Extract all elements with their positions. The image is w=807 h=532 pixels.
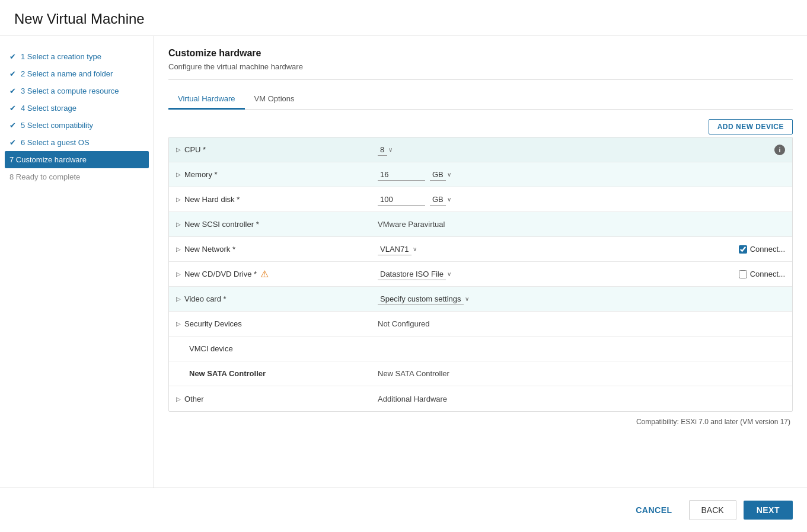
hw-input-hard-disk[interactable] <box>378 194 425 206</box>
check-icon: ✔ <box>9 52 16 61</box>
content-area: Customize hardware Configure the virtual… <box>154 36 807 527</box>
hw-text-other: Additional Hardware <box>378 395 447 403</box>
hw-input-memory[interactable] <box>378 169 425 181</box>
hw-row-video-card: ▷Video card *Specify custom settings <box>169 287 792 312</box>
page-title: New Virtual Machine <box>0 0 807 36</box>
sidebar-label: 6 Select a guest OS <box>21 138 90 147</box>
sidebar-item-step5[interactable]: ✔5 Select compatibility <box>0 117 154 134</box>
check-icon: ✔ <box>9 69 16 78</box>
sidebar-item-step1[interactable]: ✔1 Select a creation type <box>0 48 154 65</box>
hw-label-text-cpu: CPU * <box>184 145 206 154</box>
hw-select-video-card[interactable]: Specify custom settings <box>378 293 464 305</box>
hw-label-network: ▷New Network * <box>176 245 378 254</box>
hw-value-scsi: VMware Paravirtual <box>378 220 702 229</box>
check-icon: ✔ <box>9 138 16 147</box>
expand-arrow-other[interactable]: ▷ <box>176 396 181 402</box>
next-button[interactable]: NEXT <box>744 501 793 520</box>
hw-label-text-sata: New SATA Controller <box>189 369 266 378</box>
info-icon[interactable]: i <box>774 145 785 155</box>
hw-label-sata: New SATA Controller <box>176 369 378 378</box>
hw-label-cddvd: ▷New CD/DVD Drive *⚠ <box>176 268 378 280</box>
expand-arrow-network[interactable]: ▷ <box>176 246 181 252</box>
expand-arrow-scsi[interactable]: ▷ <box>176 221 181 227</box>
connect-label-network[interactable]: Connect... <box>739 245 785 254</box>
connect-checkbox-cddvd[interactable] <box>739 270 747 278</box>
sidebar-label: 4 Select storage <box>21 104 76 113</box>
hw-value-cpu: 8 <box>378 144 702 156</box>
expand-arrow-hard-disk[interactable]: ▷ <box>176 196 181 203</box>
hw-unit-hard-disk[interactable]: GB <box>430 194 446 206</box>
hw-row-memory: ▷Memory *GB <box>169 162 792 187</box>
hw-label-text-network: New Network * <box>184 245 235 254</box>
hw-value-video-card: Specify custom settings <box>378 293 702 305</box>
hw-value-hard-disk: GB <box>378 194 702 206</box>
section-title: Customize hardware <box>168 48 793 59</box>
cancel-button[interactable]: CANCEL <box>626 501 681 520</box>
hw-unit-memory[interactable]: GB <box>430 169 446 181</box>
hw-value-cddvd: Datastore ISO File <box>378 268 702 280</box>
sidebar-item-step7[interactable]: 7 Customize hardware <box>5 151 149 168</box>
connect-checkbox-network[interactable] <box>739 245 747 254</box>
sidebar-item-step3[interactable]: ✔3 Select a compute resource <box>0 82 154 100</box>
connect-label-cddvd[interactable]: Connect... <box>739 270 785 278</box>
hw-label-text-memory: Memory * <box>184 170 218 179</box>
check-icon: ✔ <box>9 104 16 113</box>
sidebar-label: 8 Ready to complete <box>9 172 80 181</box>
hw-row-hard-disk: ▷New Hard disk *GB <box>169 187 792 212</box>
hw-select-network[interactable]: VLAN71 <box>378 243 412 255</box>
tabs-bar: Virtual HardwareVM Options <box>168 89 793 110</box>
hardware-table: ▷CPU *8i▷Memory *GB▷New Hard disk *GB▷Ne… <box>168 137 793 412</box>
sidebar: ✔1 Select a creation type✔2 Select a nam… <box>0 36 154 527</box>
check-icon: ✔ <box>9 121 16 130</box>
tab-virtual-hardware[interactable]: Virtual Hardware <box>168 89 245 110</box>
footer: CANCEL BACK NEXT <box>0 488 807 527</box>
sidebar-label: 5 Select compatibility <box>21 121 93 130</box>
hw-row-network: ▷New Network *VLAN71 Connect... <box>169 237 792 262</box>
hw-extra-cpu: i <box>702 145 785 155</box>
hw-value-other: Additional Hardware <box>378 395 702 403</box>
hw-label-cpu: ▷CPU * <box>176 145 378 154</box>
hw-select-cddvd[interactable]: Datastore ISO File <box>378 268 446 280</box>
hw-label-video-card: ▷Video card * <box>176 294 378 303</box>
hw-row-cpu: ▷CPU *8i <box>169 137 792 162</box>
hw-text-sata: New SATA Controller <box>378 369 449 378</box>
hw-label-vmci: VMCI device <box>176 344 378 353</box>
hw-label-hard-disk: ▷New Hard disk * <box>176 195 378 204</box>
hw-extra-cddvd: Connect... <box>702 270 785 278</box>
hw-label-text-hard-disk: New Hard disk * <box>184 195 240 204</box>
hw-label-text-vmci: VMCI device <box>189 344 233 353</box>
expand-arrow-video-card[interactable]: ▷ <box>176 296 181 302</box>
hw-label-scsi: ▷New SCSI controller * <box>176 220 378 229</box>
hw-row-other: ▷OtherAdditional Hardware <box>169 386 792 411</box>
hw-value-memory: GB <box>378 169 702 181</box>
hw-text-security: Not Configured <box>378 319 429 328</box>
add-new-device-button[interactable]: ADD NEW DEVICE <box>709 119 793 134</box>
hw-select-cpu[interactable]: 8 <box>378 144 387 156</box>
hw-row-vmci: VMCI device <box>169 336 792 361</box>
sidebar-label: 7 Customize hardware <box>9 155 87 164</box>
compatibility-text: Compatibility: ESXi 7.0 and later (VM ve… <box>168 418 793 426</box>
hw-label-other: ▷Other <box>176 395 378 403</box>
hw-label-text-video-card: Video card * <box>184 294 227 303</box>
sidebar-label: 1 Select a creation type <box>21 52 101 61</box>
hw-label-text-cddvd: New CD/DVD Drive * <box>184 270 257 278</box>
expand-arrow-cddvd[interactable]: ▷ <box>176 271 181 277</box>
hw-value-sata: New SATA Controller <box>378 369 702 378</box>
sidebar-item-step2[interactable]: ✔2 Select a name and folder <box>0 65 154 82</box>
sidebar-item-step6[interactable]: ✔6 Select a guest OS <box>0 134 154 151</box>
tab-vm-options[interactable]: VM Options <box>245 89 304 110</box>
hw-label-security: ▷Security Devices <box>176 319 378 328</box>
back-button[interactable]: BACK <box>689 500 736 520</box>
section-subtitle: Configure the virtual machine hardware <box>168 62 793 80</box>
hw-label-text-security: Security Devices <box>184 319 242 328</box>
sidebar-item-step4[interactable]: ✔4 Select storage <box>0 100 154 117</box>
expand-arrow-memory[interactable]: ▷ <box>176 171 181 178</box>
expand-arrow-cpu[interactable]: ▷ <box>176 146 181 153</box>
hw-label-text-scsi: New SCSI controller * <box>184 220 259 229</box>
expand-arrow-security[interactable]: ▷ <box>176 321 181 327</box>
hw-label-text-other: Other <box>184 395 204 403</box>
hw-value-security: Not Configured <box>378 319 702 328</box>
hw-text-scsi: VMware Paravirtual <box>378 220 445 229</box>
hw-row-scsi: ▷New SCSI controller *VMware Paravirtual <box>169 212 792 237</box>
hw-value-network: VLAN71 <box>378 243 702 255</box>
